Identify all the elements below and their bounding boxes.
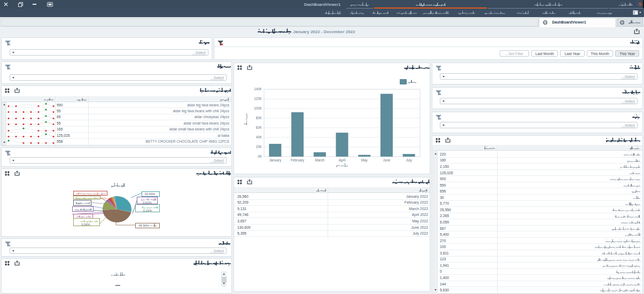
svg-text:80K: 80K (256, 116, 262, 120)
svg-text:May: May (361, 158, 368, 163)
svg-text:April: April (339, 158, 346, 163)
svg-text:120K: 120K (254, 97, 262, 100)
svg-text:S: S (639, 2, 642, 6)
svg-text:January: January (269, 158, 282, 163)
svg-text:June: June (383, 158, 391, 162)
svg-text:60K: 60K (256, 126, 262, 129)
svg-text:100K: 100K (254, 106, 262, 110)
svg-text:February: February (291, 158, 305, 163)
svg-text:20K: 20K (256, 145, 262, 149)
svg-text:40K: 40K (256, 135, 262, 139)
svg-text:0K: 0K (258, 154, 262, 158)
svg-text:July: July (406, 158, 412, 163)
svg-text:March: March (315, 158, 325, 162)
svg-text:140K: 140K (254, 87, 262, 91)
